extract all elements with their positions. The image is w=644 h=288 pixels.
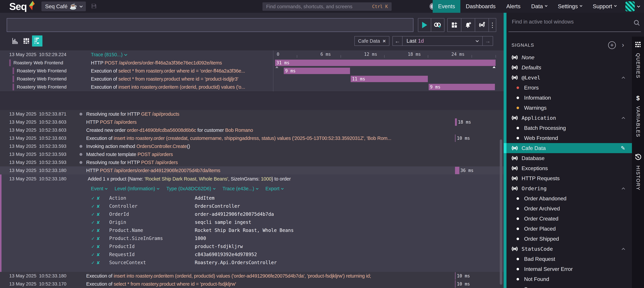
add-alert-button[interactable]: [461, 19, 475, 32]
view-toggle-trace[interactable]: [32, 35, 42, 47]
exclude-filter-icon[interactable]: ✘: [97, 251, 100, 257]
seq-logo[interactable]: Seq: [9, 1, 35, 12]
signal-item-order-abandoned[interactable]: Order Abandoned: [506, 193, 632, 204]
trace-gantt-bar[interactable]: 11 ms: [351, 76, 428, 82]
signal-item-not-found[interactable]: Not Found: [506, 274, 632, 284]
signal-item-cafe-data[interactable]: Cafe Data✎: [506, 143, 632, 153]
signal-item-order-created[interactable]: Order Created: [506, 214, 632, 224]
exclude-filter-icon[interactable]: ✘: [97, 195, 100, 201]
trace-gantt-bar[interactable]: 9 ms: [429, 84, 495, 90]
trace-gantt-bar[interactable]: 31 ms: [275, 60, 496, 66]
tab-history[interactable]: HISTORY: [634, 154, 642, 191]
add-signal-button[interactable]: [475, 19, 489, 32]
remove-filter-icon[interactable]: ×: [383, 38, 386, 44]
signal-item-web-frontend[interactable]: Web Frontend: [506, 133, 632, 143]
exclude-filter-icon[interactable]: ✘: [97, 203, 100, 209]
event-row[interactable]: 13 May 2025 10:52:33.603 Execution of in…: [0, 134, 504, 142]
signal-item-statuscode[interactable]: StatusCode: [506, 244, 632, 254]
signal-item-bad-request[interactable]: Bad Request: [506, 254, 632, 264]
signal-item-batch-processing[interactable]: Batch Processing: [506, 123, 632, 133]
include-filter-icon[interactable]: ✓: [92, 260, 94, 265]
include-filter-icon[interactable]: ✓: [92, 211, 94, 217]
signal-item-order-archived[interactable]: Order Archived: [506, 204, 632, 214]
signal-item-database[interactable]: Database: [506, 153, 632, 163]
exclude-filter-icon[interactable]: ✘: [97, 219, 100, 225]
chevron-down-icon[interactable]: [637, 4, 640, 8]
chevron-up-icon[interactable]: [622, 117, 625, 120]
exclude-filter-icon[interactable]: ✘: [97, 260, 100, 265]
signal-item-errors[interactable]: Errors: [506, 83, 632, 93]
chevron-up-icon[interactable]: [622, 248, 625, 251]
tool-window-search[interactable]: [506, 13, 644, 32]
event-row[interactable]: 13 May 2025 10:52:33.180 Execution of in…: [0, 272, 504, 280]
trace-dropdown[interactable]: Trace (e43e...): [222, 186, 258, 191]
nav-alerts[interactable]: Alerts: [501, 0, 526, 13]
nav-events[interactable]: Events: [433, 0, 460, 13]
trace-span-row[interactable]: Roastery Web Frontend Execution of selec…: [0, 67, 273, 75]
more-options-button[interactable]: ⋮: [489, 19, 496, 32]
trace-span-row[interactable]: Roastery Web Frontend Execution of selec…: [0, 75, 273, 83]
exclude-filter-icon[interactable]: ✘: [97, 243, 100, 249]
signal-item-application[interactable]: Application: [506, 113, 632, 123]
level-dropdown[interactable]: Level (Information): [114, 186, 159, 191]
nav-data[interactable]: Data: [526, 0, 552, 13]
tail-button[interactable]: [431, 19, 444, 32]
include-filter-icon[interactable]: ✓: [92, 195, 94, 201]
nav-settings[interactable]: Settings: [552, 0, 587, 13]
exclude-filter-icon[interactable]: ✘: [97, 227, 100, 233]
tool-window-search-input[interactable]: [512, 19, 619, 25]
tab-variables[interactable]: $ VARIABLES: [635, 95, 641, 137]
signal-item-ordering[interactable]: Ordering: [506, 183, 632, 193]
query-editor[interactable]: [7, 18, 414, 32]
signal-item-none[interactable]: None: [506, 52, 632, 62]
event-row[interactable]: 13 May 2025 10:52:33.593 Invoking action…: [0, 142, 504, 150]
event-dropdown[interactable]: Event: [91, 186, 107, 191]
workspace-selector[interactable]: Seq Café ☕: [42, 2, 86, 11]
signal-item-success[interactable]: Success: [506, 284, 632, 288]
include-filter-icon[interactable]: ✓: [92, 203, 94, 209]
range-forward-button[interactable]: →: [482, 37, 493, 46]
signal-item-order-placed[interactable]: Order Placed: [506, 224, 632, 234]
range-back-button[interactable]: ←: [393, 37, 402, 46]
include-filter-icon[interactable]: ✓: [92, 251, 94, 257]
signal-item-defaults[interactable]: Defaults: [506, 62, 632, 73]
view-toggle-grid[interactable]: [21, 35, 32, 47]
filter-chip-cafe-data[interactable]: Cafe Data ×: [354, 36, 390, 46]
chevron-up-icon[interactable]: [622, 77, 625, 80]
scrollbar-thumb[interactable]: [500, 139, 502, 285]
trace-gantt-bar[interactable]: 9 ms: [284, 68, 350, 74]
event-row[interactable]: 13 May 2025 10:52:33.180 HTTP POST /api/…: [0, 167, 504, 175]
include-filter-icon[interactable]: ✓: [92, 227, 94, 233]
signal-item-information[interactable]: Information: [506, 93, 632, 103]
trace-span-row[interactable]: Roastery Web Frontend Execution of inser…: [0, 83, 273, 91]
event-row[interactable]: 13 May 2025 10:52:33.871 Resolving route…: [0, 110, 504, 118]
event-row[interactable]: 13 May 2025 10:52:33.603 Created new ord…: [0, 126, 504, 134]
signal-item-http-requests[interactable]: HTTP Requests: [506, 173, 632, 183]
query-input[interactable]: [7, 19, 413, 32]
exclude-filter-icon[interactable]: ✘: [97, 235, 100, 241]
include-filter-icon[interactable]: ✓: [92, 235, 94, 241]
event-row[interactable]: 13 May 2025 10:52:33.603 HTTP POST /api/…: [0, 118, 504, 126]
signal-item-warnings[interactable]: Warnings: [506, 103, 632, 113]
include-filter-icon[interactable]: ✓: [92, 219, 94, 225]
chevron-up-icon[interactable]: [622, 187, 625, 191]
save-icon[interactable]: [91, 3, 97, 10]
user-avatar[interactable]: [626, 1, 635, 12]
event-row[interactable]: 13 May 2025 10:52:33.593 Matched route t…: [0, 150, 504, 158]
nav-support[interactable]: Support: [587, 0, 622, 13]
export-dropdown[interactable]: Export: [266, 186, 284, 191]
command-palette-input[interactable]: [266, 4, 372, 10]
range-dropdown[interactable]: Last 1d: [402, 37, 482, 46]
nav-dashboards[interactable]: Dashboards: [460, 0, 501, 13]
tab-queries[interactable]: QUERIES: [634, 41, 642, 79]
signal-item--level[interactable]: @Level: [506, 73, 632, 83]
add-dashboard-chart-button[interactable]: [448, 19, 461, 32]
signal-item-exceptions[interactable]: Exceptions: [506, 163, 632, 173]
edit-signal-icon[interactable]: ✎: [621, 145, 625, 151]
signal-item-internal-server-error[interactable]: Internal Server Error: [506, 264, 632, 274]
view-toggle-histogram[interactable]: [10, 35, 20, 47]
event-row[interactable]: 13 May 2025 10:52:33.170 Execution of se…: [0, 280, 504, 288]
signal-item-order-shipped[interactable]: Order Shipped: [506, 234, 632, 244]
selected-event[interactable]: 13 May 2025 10:52:33.180 Added 1 x produ…: [0, 175, 504, 272]
trace-dropdown[interactable]: Trace (8150...): [91, 52, 127, 57]
